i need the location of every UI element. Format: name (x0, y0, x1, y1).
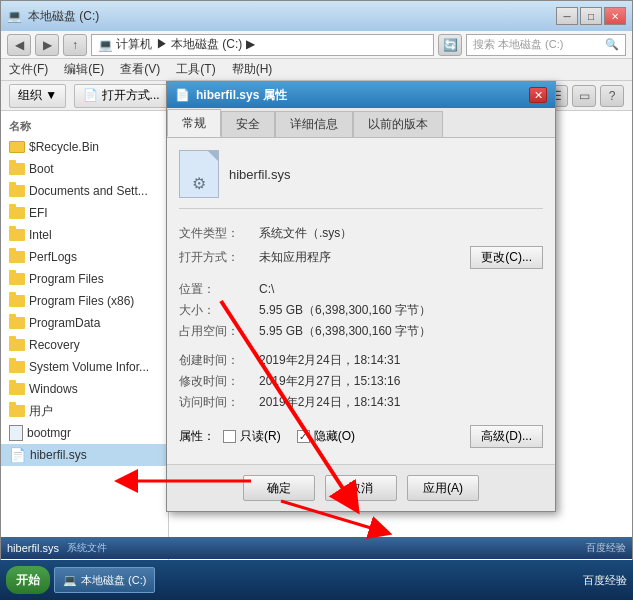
folder-icon (9, 339, 25, 351)
close-button[interactable]: ✕ (604, 7, 626, 25)
minimize-button[interactable]: ─ (556, 7, 578, 25)
sidebar-item-hiberfil[interactable]: 📄 hiberfil.sys (1, 444, 168, 466)
apply-button[interactable]: 应用(A) (407, 475, 479, 501)
sidebar-item-programdata[interactable]: ProgramData (1, 312, 168, 334)
folder-icon (9, 163, 25, 175)
separator-2 (179, 342, 543, 350)
menu-tools[interactable]: 工具(T) (176, 61, 215, 78)
sidebar-item-perflogs[interactable]: PerfLogs (1, 246, 168, 268)
dialog-icon: 📄 (175, 88, 190, 102)
sidebar-item-documents[interactable]: Documents and Sett... (1, 180, 168, 202)
sidebar-item-bootmgr[interactable]: bootmgr (1, 422, 168, 444)
menu-bar: 文件(F) 编辑(E) 查看(V) 工具(T) 帮助(H) (1, 59, 632, 81)
prop-label-created: 创建时间： (179, 352, 259, 369)
sidebar-item-intel[interactable]: Intel (1, 224, 168, 246)
tab-general[interactable]: 常规 (167, 109, 221, 137)
preview-pane-button[interactable]: ▭ (572, 85, 596, 107)
refresh-button[interactable]: 🔄 (438, 34, 462, 56)
sidebar-item-recovery[interactable]: Recovery (1, 334, 168, 356)
path-icon: 💻 (98, 38, 113, 52)
folder-icon (9, 361, 25, 373)
prop-label-filetype: 文件类型： (179, 225, 259, 242)
open-with-button[interactable]: 📄 打开方式... (74, 84, 168, 108)
prop-label-openswith: 打开方式： (179, 249, 259, 266)
dialog-close-button[interactable]: ✕ (529, 87, 547, 103)
file-name-display: hiberfil.sys (229, 167, 290, 182)
cancel-button[interactable]: 取消 (325, 475, 397, 501)
dialog-title-bar: 📄 hiberfil.sys 属性 ✕ (167, 82, 555, 108)
bottom-subtext: 系统文件 (67, 541, 107, 555)
readonly-checkbox-item: 只读(R) (223, 428, 281, 445)
sidebar-item-program-files-x86[interactable]: Program Files (x86) (1, 290, 168, 312)
up-button[interactable]: ↑ (63, 34, 87, 56)
menu-view[interactable]: 查看(V) (120, 61, 160, 78)
tab-details[interactable]: 详细信息 (275, 111, 353, 137)
file-icon (9, 425, 23, 441)
hidden-checkbox[interactable]: ✓ (297, 430, 310, 443)
tab-previous-versions[interactable]: 以前的版本 (353, 111, 443, 137)
prop-row-modified: 修改时间： 2019年2月27日，15:13:16 (179, 371, 543, 392)
prop-label-accessed: 访问时间： (179, 394, 259, 411)
ok-button[interactable]: 确定 (243, 475, 315, 501)
taskbar-label: 本地磁盘 (C:) (81, 573, 146, 588)
sidebar-item-label: Intel (29, 228, 52, 242)
sidebar-item-label: Program Files (x86) (29, 294, 134, 308)
sidebar-item-label: Documents and Sett... (29, 184, 148, 198)
folder-icon (9, 405, 25, 417)
gear-icon: ⚙ (192, 174, 206, 193)
menu-help[interactable]: 帮助(H) (232, 61, 273, 78)
help-button[interactable]: ? (600, 85, 624, 107)
taskbar-explorer-task[interactable]: 💻 本地磁盘 (C:) (54, 567, 155, 593)
prop-row-created: 创建时间： 2019年2月24日，18:14:31 (179, 350, 543, 371)
tab-security[interactable]: 安全 (221, 111, 275, 137)
back-button[interactable]: ◀ (7, 34, 31, 56)
sidebar-item-boot[interactable]: Boot (1, 158, 168, 180)
dialog-footer: 确定 取消 应用(A) (167, 464, 555, 511)
prop-label-modified: 修改时间： (179, 373, 259, 390)
sidebar-item-windows[interactable]: Windows (1, 378, 168, 400)
prop-label-disk-size: 占用空间： (179, 323, 259, 340)
bottom-bar: hiberfil.sys 系统文件 百度经验 (1, 537, 632, 559)
maximize-button[interactable]: □ (580, 7, 602, 25)
prop-row-filetype: 文件类型： 系统文件（.sys） (179, 223, 543, 244)
change-button[interactable]: 更改(C)... (470, 246, 543, 269)
folder-icon (9, 383, 25, 395)
sidebar-item-label: hiberfil.sys (30, 448, 87, 462)
forward-button[interactable]: ▶ (35, 34, 59, 56)
folder-icon (9, 229, 25, 241)
separator-1 (179, 271, 543, 279)
prop-value-created: 2019年2月24日，18:14:31 (259, 352, 543, 369)
taskbar-icon: 💻 (63, 574, 77, 587)
advanced-button[interactable]: 高级(D)... (470, 425, 543, 448)
file-header: ⚙ hiberfil.sys (179, 150, 543, 209)
path-text: 计算机 ▶ 本地磁盘 (C:) ▶ (116, 36, 254, 53)
sidebar-item-label: System Volume Infor... (29, 360, 149, 374)
sidebar-item-label: Boot (29, 162, 54, 176)
title-bar-controls: ─ □ ✕ (556, 7, 626, 25)
folder-icon (9, 251, 25, 263)
start-button[interactable]: 开始 (6, 566, 50, 594)
file-big-icon: ⚙ (179, 150, 219, 198)
separator-3 (179, 413, 543, 421)
folder-icon (9, 207, 25, 219)
sidebar-item-efi[interactable]: EFI (1, 202, 168, 224)
address-path[interactable]: 💻 计算机 ▶ 本地磁盘 (C:) ▶ (91, 34, 434, 56)
search-placeholder: 搜索 本地磁盘 (C:) (473, 37, 563, 52)
sidebar-item-recycle[interactable]: $Recycle.Bin (1, 136, 168, 158)
watermark-text: 百度经验 (586, 541, 626, 555)
properties-table: 文件类型： 系统文件（.sys） 打开方式： 未知应用程序 更改(C)... 位… (179, 223, 543, 452)
readonly-checkbox[interactable] (223, 430, 236, 443)
sidebar-item-program-files[interactable]: Program Files (1, 268, 168, 290)
hidden-label: 隐藏(O) (314, 428, 355, 445)
search-box[interactable]: 搜索 本地磁盘 (C:) 🔍 (466, 34, 626, 56)
sidebar-item-label: Recovery (29, 338, 80, 352)
sidebar-item-users[interactable]: 用户 (1, 400, 168, 422)
taskbar: 开始 💻 本地磁盘 (C:) 百度经验 (0, 560, 633, 600)
menu-edit[interactable]: 编辑(E) (64, 61, 104, 78)
menu-file[interactable]: 文件(F) (9, 61, 48, 78)
prop-value-modified: 2019年2月27日，15:13:16 (259, 373, 543, 390)
sidebar-item-system-volume[interactable]: System Volume Infor... (1, 356, 168, 378)
title-bar-left: 💻 本地磁盘 (C:) (7, 8, 99, 25)
sidebar-header: 名称 (1, 115, 168, 136)
organize-button[interactable]: 组织 ▼ (9, 84, 66, 108)
